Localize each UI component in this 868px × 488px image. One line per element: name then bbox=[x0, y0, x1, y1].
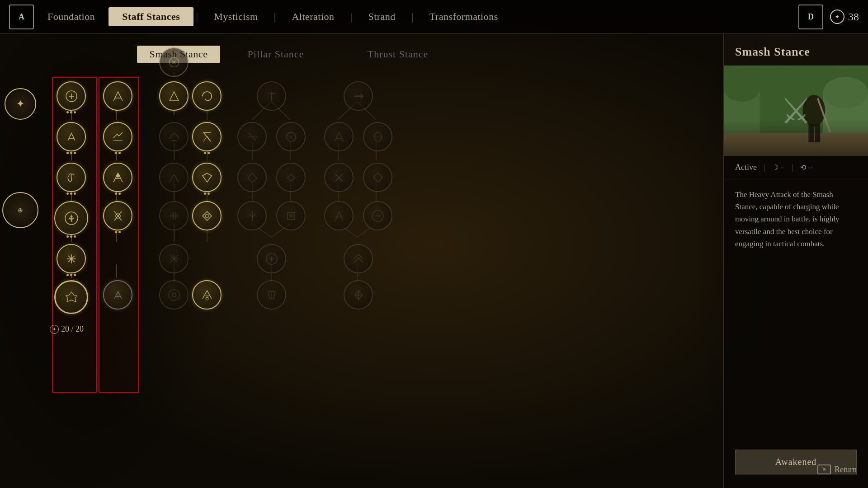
node-col2-row2[interactable] bbox=[103, 122, 132, 151]
stance-header-thrust[interactable]: Thrust Stance bbox=[344, 48, 452, 60]
node-thrust-right-1[interactable] bbox=[363, 122, 392, 151]
node-thrust-center[interactable] bbox=[344, 244, 373, 273]
node-smash-col1-row6[interactable] bbox=[159, 280, 189, 310]
nav-strand[interactable]: Strand bbox=[354, 7, 409, 26]
currency-count: 38 bbox=[848, 11, 859, 23]
return-button[interactable]: 🖱 Return bbox=[817, 465, 857, 474]
nav-items: Foundation Staff Stances | Mysticism | A… bbox=[34, 7, 798, 26]
node-thrust-bottom[interactable] bbox=[344, 280, 373, 310]
node-col1-row4[interactable] bbox=[54, 201, 88, 235]
svg-point-40 bbox=[117, 174, 119, 177]
node-col1-row2[interactable] bbox=[57, 122, 86, 151]
svg-point-65 bbox=[802, 95, 825, 127]
nav-transformations[interactable]: Transformations bbox=[416, 7, 512, 26]
nav-sep-2: | bbox=[274, 11, 276, 23]
tree-area: Smash Stance Pillar Stance Thrust Stance bbox=[0, 34, 723, 488]
skill-tree-grid: ✦ 20 / 20 bbox=[41, 72, 493, 411]
nav-sep-3: | bbox=[350, 11, 353, 23]
info-description: The Heavy Attack of the Smash Stance, ca… bbox=[724, 179, 868, 441]
nav-alteration[interactable]: Alteration bbox=[278, 7, 348, 26]
svg-point-61 bbox=[724, 75, 760, 102]
node-thrust-top[interactable] bbox=[344, 81, 373, 111]
svg-rect-60 bbox=[724, 88, 760, 156]
nav-sep-4: | bbox=[411, 11, 414, 23]
svg-rect-64 bbox=[724, 133, 868, 156]
stance-header-pillar[interactable]: Pillar Stance bbox=[231, 48, 321, 60]
nav-mysticism[interactable]: Mysticism bbox=[200, 7, 271, 26]
svg-rect-67 bbox=[815, 124, 820, 142]
node-smash-col2-row1[interactable] bbox=[192, 81, 222, 111]
node-pillar-right-1[interactable] bbox=[276, 122, 306, 151]
node-pillar-right-3[interactable] bbox=[276, 201, 306, 230]
info-panel-title: Smash Stance bbox=[735, 45, 857, 59]
svg-point-47 bbox=[205, 214, 209, 218]
node-thrust-right-2[interactable] bbox=[363, 163, 392, 192]
svg-rect-68 bbox=[817, 98, 831, 132]
main-content: Smash Stance Pillar Stance Thrust Stance bbox=[0, 34, 868, 488]
connector-lines bbox=[41, 72, 493, 411]
node-pillar-left-1[interactable] bbox=[237, 122, 267, 151]
char-left-panel: ✦ ⊕ bbox=[2, 88, 38, 228]
info-panel: Smash Stance bbox=[723, 34, 868, 488]
node-smash-col2-row3[interactable] bbox=[192, 163, 222, 192]
char-emblem-top: ✦ bbox=[5, 88, 36, 120]
nav-foundation[interactable]: Foundation bbox=[34, 7, 108, 26]
node-col2-row4[interactable] bbox=[103, 201, 132, 230]
node-smash-col1-row3[interactable] bbox=[159, 163, 189, 192]
tree-container: Smash Stance Pillar Stance Thrust Stance bbox=[41, 41, 723, 488]
navbar: A Foundation Staff Stances | Mysticism |… bbox=[0, 0, 868, 34]
status-icon-moon: ☽ -- bbox=[772, 163, 785, 172]
svg-rect-62 bbox=[823, 93, 868, 156]
node-pillar-left-2[interactable] bbox=[237, 163, 267, 192]
nav-staff-stances[interactable]: Staff Stances bbox=[108, 7, 193, 26]
currency-display: ✦ 38 bbox=[830, 9, 859, 24]
node-pillar-center[interactable] bbox=[257, 244, 286, 273]
node-col2-row1[interactable] bbox=[103, 81, 132, 111]
svg-point-63 bbox=[823, 77, 868, 108]
node-smash-col1-row5[interactable] bbox=[159, 244, 189, 273]
node-thrust-right-3[interactable] bbox=[363, 201, 392, 230]
node-pillar-left-3[interactable] bbox=[237, 201, 267, 230]
return-icon: 🖱 bbox=[817, 465, 831, 474]
node-col1-row1[interactable] bbox=[57, 81, 86, 111]
btn-d[interactable]: D bbox=[798, 5, 823, 29]
node-smash-col2-row2[interactable] bbox=[192, 122, 222, 151]
node-thrust-left-1[interactable] bbox=[324, 122, 354, 151]
node-smash-col1-row2[interactable] bbox=[159, 122, 189, 151]
info-panel-header: Smash Stance bbox=[724, 34, 868, 66]
nav-sep-1: | bbox=[196, 11, 198, 23]
node-smash-col1-row4[interactable] bbox=[159, 201, 189, 230]
status-icon-arrows: ⟲ -- bbox=[800, 163, 812, 172]
svg-rect-66 bbox=[808, 124, 814, 142]
status-active: Active bbox=[735, 163, 757, 172]
svg-point-46 bbox=[169, 290, 179, 300]
node-smash-col2-row5[interactable] bbox=[192, 280, 222, 310]
char-emblem-bottom: ⊕ bbox=[2, 192, 38, 228]
node-col2-row3[interactable] bbox=[103, 163, 132, 192]
node-col1-row5[interactable] bbox=[57, 244, 86, 273]
currency-icon: ✦ bbox=[830, 9, 844, 24]
node-thrust-left-3[interactable] bbox=[324, 201, 354, 230]
node-thrust-left-2[interactable] bbox=[324, 163, 354, 192]
node-smash-col1-row1[interactable] bbox=[159, 81, 189, 111]
node-pillar-bottom[interactable] bbox=[257, 280, 286, 310]
svg-rect-59 bbox=[724, 66, 868, 155]
node-smash-col2-row4[interactable] bbox=[192, 201, 222, 230]
currency-small-icon: ✦ bbox=[50, 325, 59, 334]
btn-a[interactable]: A bbox=[9, 5, 34, 29]
node-col1-row6[interactable] bbox=[54, 280, 88, 314]
smash-top-node bbox=[159, 47, 189, 77]
node-pillar-top[interactable] bbox=[257, 81, 286, 111]
col1-currency: ✦ 20 / 20 bbox=[50, 324, 84, 334]
info-status-row: Active | ☽ -- | ⟲ -- bbox=[724, 156, 868, 179]
node-col1-row3[interactable] bbox=[57, 163, 86, 192]
node-col2-row5[interactable] bbox=[103, 280, 132, 310]
nav-right: D ✦ 38 bbox=[798, 5, 859, 29]
node-pillar-right-2[interactable] bbox=[276, 163, 306, 192]
character-scene bbox=[724, 66, 868, 156]
info-panel-image bbox=[724, 66, 868, 156]
svg-point-48 bbox=[206, 297, 208, 300]
